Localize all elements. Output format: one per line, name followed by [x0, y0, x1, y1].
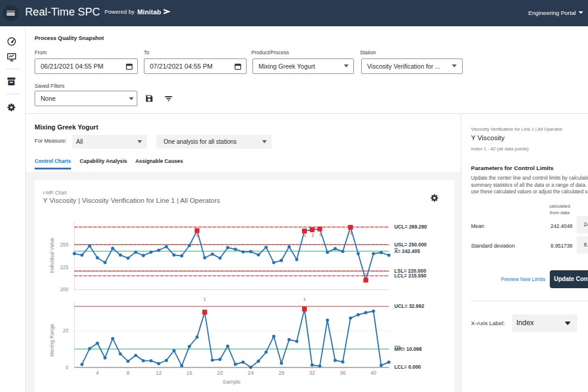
svg-text:1: 1 [350, 230, 352, 236]
svg-text:LCL= 215.550: LCL= 215.550 [395, 273, 427, 279]
svg-text:0: 0 [66, 365, 69, 371]
svg-text:16: 16 [186, 370, 192, 376]
svg-text:32: 32 [309, 370, 315, 376]
svg-text:X= 242.405: X= 242.405 [395, 248, 420, 254]
svg-text:Sample: Sample [223, 379, 241, 385]
svg-text:4: 4 [96, 370, 99, 376]
svg-text:Moving Range: Moving Range [49, 323, 55, 356]
svg-text:1: 1 [204, 297, 206, 302]
svg-text:UCL= 32.992: UCL= 32.992 [395, 303, 424, 309]
svg-text:1: 1 [196, 233, 198, 238]
svg-text:40: 40 [371, 370, 377, 376]
svg-text:1: 1 [365, 272, 367, 277]
svg-text:20: 20 [217, 370, 223, 376]
svg-text:28: 28 [278, 370, 284, 376]
svg-text:225: 225 [60, 264, 69, 270]
svg-text:UCL= 269.260: UCL= 269.260 [395, 224, 427, 230]
svg-text:MR= 10.098: MR= 10.098 [395, 346, 422, 352]
svg-text:LCL= 0.000: LCL= 0.000 [395, 364, 421, 370]
svg-text:20: 20 [63, 328, 69, 334]
svg-text:1: 1 [319, 232, 321, 237]
svg-text:250: 250 [60, 242, 69, 248]
svg-text:12: 12 [156, 370, 162, 376]
svg-text:8: 8 [127, 370, 130, 376]
svg-text:200: 200 [60, 286, 69, 292]
svg-text:24: 24 [248, 370, 254, 376]
svg-text:36: 36 [340, 370, 346, 376]
svg-text:1: 1 [303, 297, 306, 302]
svg-text:USL= 250.000: USL= 250.000 [395, 242, 427, 248]
svg-text:1: 1 [312, 233, 314, 238]
svg-text:1: 1 [304, 233, 306, 238]
svg-text:Individual Value: Individual Value [49, 237, 55, 273]
